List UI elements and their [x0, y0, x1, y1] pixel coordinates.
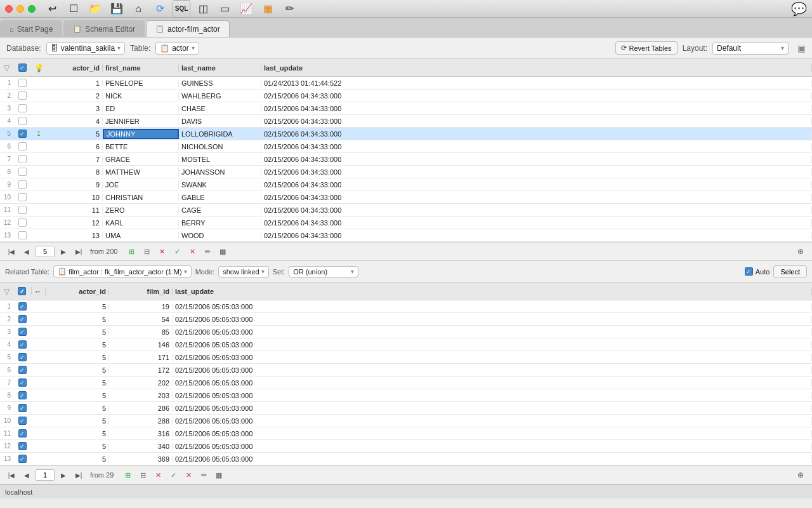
cell-first-name[interactable]: KARL — [103, 219, 179, 227]
row-check-cell[interactable] — [13, 218, 32, 227]
table-select[interactable]: 📋 actor ▾ — [155, 42, 199, 55]
filter-icon[interactable]: ▽ — [0, 64, 13, 72]
cell-first-name[interactable]: JOE — [103, 181, 179, 189]
rel-row-checkbox[interactable]: ✓ — [18, 378, 27, 387]
rel-check-cell[interactable]: ✓ — [13, 404, 32, 412]
cell-first-name[interactable]: ED — [103, 105, 179, 112]
related-table-select[interactable]: 📋 film_actor : fk_film_actor_actor (1:M)… — [53, 265, 192, 277]
database-select[interactable]: 🗄 valentina_sakila ▾ — [46, 42, 125, 55]
rel-row-checkbox[interactable]: ✓ — [18, 391, 27, 399]
table-row[interactable]: 10 10 CHRISTIAN GABLE 02/15/2006 04:34:3… — [0, 191, 812, 204]
select-button[interactable]: Select — [773, 265, 807, 278]
row-checkbox[interactable] — [18, 218, 27, 227]
row-checkbox[interactable] — [18, 104, 27, 112]
row-check-cell[interactable] — [13, 193, 32, 201]
rel-apply-button[interactable]: ✓ — [167, 469, 180, 481]
cell-first-name[interactable]: ZERO — [103, 206, 179, 214]
check-all-checkbox[interactable]: ✓ — [18, 64, 27, 72]
check-all-col[interactable]: ✓ — [13, 64, 32, 72]
page-number-input[interactable] — [36, 246, 55, 257]
edit-button[interactable]: ✏ — [201, 246, 214, 257]
save-icon[interactable]: 💾 — [108, 0, 126, 18]
rel-row-checkbox[interactable]: ✓ — [18, 455, 27, 463]
related-table-row[interactable]: 4 ✓ 5 146 02/15/2006 05:05:03:000 — [0, 338, 812, 351]
related-table-row[interactable]: 1 ✓ 5 19 02/15/2006 05:05:03:000 — [0, 300, 812, 313]
columns-button[interactable]: ▦ — [216, 246, 229, 257]
cell-first-name[interactable]: UMA — [103, 232, 179, 239]
related-table-row[interactable]: 6 ✓ 5 172 02/15/2006 05:05:03:000 — [0, 364, 812, 377]
rel-row-checkbox[interactable]: ✓ — [18, 353, 27, 361]
related-table-row[interactable]: 7 ✓ 5 202 02/15/2006 05:05:03:000 — [0, 377, 812, 389]
window-icon[interactable]: ▭ — [216, 0, 233, 18]
related-table-row[interactable]: 5 ✓ 5 171 02/15/2006 05:05:03:000 — [0, 351, 812, 364]
row-checkbox[interactable] — [18, 193, 27, 201]
related-table-row[interactable]: 13 ✓ 5 369 02/15/2006 05:05:03:000 — [0, 453, 812, 465]
sql-icon[interactable]: SQL — [173, 0, 190, 18]
table-row[interactable]: 5 ✓ 1 5 JOHNNY LOLLOBRIGIDA 02/15/2006 0… — [0, 128, 812, 140]
folder-icon[interactable]: 📁 — [86, 0, 104, 18]
row-check-cell[interactable] — [13, 180, 32, 189]
rel-check-cell[interactable]: ✓ — [13, 302, 32, 311]
cell-first-name[interactable]: CHRISTIAN — [103, 194, 179, 201]
table-row[interactable]: 4 4 JENNIFER DAVIS 02/15/2006 04:34:33:0… — [0, 115, 812, 128]
rel-row-checkbox[interactable]: ✓ — [18, 366, 27, 374]
row-check-cell[interactable] — [13, 155, 32, 163]
auto-checkbox[interactable]: ✓ — [745, 267, 753, 276]
rel-check-cell[interactable]: ✓ — [13, 315, 32, 323]
rel-check-all-checkbox[interactable]: ✓ — [18, 287, 26, 295]
row-check-cell[interactable] — [13, 117, 32, 125]
color-icon[interactable]: ▦ — [259, 0, 277, 18]
row-checkbox[interactable] — [18, 91, 27, 100]
rel-cancel-button[interactable]: ✕ — [182, 469, 195, 481]
rel-page-number-input[interactable] — [36, 469, 55, 481]
stats-icon[interactable]: 📈 — [237, 0, 255, 18]
back-icon[interactable]: ↩ — [43, 0, 61, 18]
minimize-button[interactable] — [16, 5, 24, 13]
cancel-button[interactable]: ✕ — [186, 246, 199, 257]
rel-check-cell[interactable]: ✓ — [13, 429, 32, 438]
cell-first-name[interactable]: PENELOPE — [103, 79, 179, 87]
related-table-row[interactable]: 11 ✓ 5 316 02/15/2006 05:05:03:000 — [0, 427, 812, 440]
row-checkbox[interactable] — [18, 142, 27, 150]
next-page-button[interactable]: ▶ — [57, 246, 70, 257]
refresh-icon[interactable]: ⟳ — [151, 0, 169, 18]
related-table-row[interactable]: 12 ✓ 5 340 02/15/2006 05:05:03:000 — [0, 440, 812, 453]
auto-checkbox-container[interactable]: ✓ Auto — [745, 267, 770, 276]
mode-select[interactable]: show linked ▾ — [218, 266, 268, 277]
layout-select[interactable]: Default ▾ — [712, 42, 789, 55]
related-table-row[interactable]: 9 ✓ 5 286 02/15/2006 05:05:03:000 — [0, 402, 812, 415]
set-select[interactable]: OR (union) ▾ — [289, 266, 358, 277]
rel-row-checkbox[interactable]: ✓ — [18, 328, 27, 336]
row-check-cell[interactable]: ✓ — [13, 130, 32, 138]
rel-check-cell[interactable]: ✓ — [13, 442, 32, 450]
row-check-cell[interactable] — [13, 142, 32, 150]
rel-check-cell[interactable]: ✓ — [13, 340, 32, 349]
cell-first-name[interactable]: MATTHEW — [103, 168, 179, 176]
rel-first-page-button[interactable]: |◀ — [5, 469, 18, 481]
rel-check-cell[interactable]: ✓ — [13, 378, 32, 387]
row-check-cell[interactable] — [13, 79, 32, 87]
chat-icon[interactable]: 💬 — [791, 1, 807, 17]
new-window-icon[interactable]: ☐ — [65, 0, 82, 18]
related-table-row[interactable]: 2 ✓ 5 54 02/15/2006 05:05:03:000 — [0, 313, 812, 326]
table-row[interactable]: 8 8 MATTHEW JOHANSSON 02/15/2006 04:34:3… — [0, 166, 812, 178]
table-row[interactable]: 11 11 ZERO CAGE 02/15/2006 04:34:33:000 — [0, 204, 812, 217]
rel-columns-button[interactable]: ▦ — [213, 469, 225, 481]
rel-row-checkbox[interactable]: ✓ — [18, 417, 27, 425]
row-check-cell[interactable] — [13, 91, 32, 100]
row-checkbox[interactable] — [18, 168, 27, 176]
rel-row-checkbox[interactable]: ✓ — [18, 442, 27, 450]
rel-check-all[interactable]: ✓ — [13, 287, 32, 295]
cell-first-name[interactable]: GRACE — [103, 156, 179, 163]
expand-button[interactable]: ⊕ — [794, 246, 807, 257]
rel-check-cell[interactable]: ✓ — [13, 328, 32, 336]
rel-row-checkbox[interactable]: ✓ — [18, 340, 27, 349]
row-checkbox[interactable] — [18, 231, 27, 239]
row-checkbox[interactable] — [18, 206, 27, 214]
rel-prev-page-button[interactable]: ◀ — [20, 469, 33, 481]
rel-next-page-button[interactable]: ▶ — [57, 469, 70, 481]
rel-check-cell[interactable]: ✓ — [13, 353, 32, 361]
rel-row-checkbox[interactable]: ✓ — [18, 302, 27, 311]
related-table-row[interactable]: 10 ✓ 5 288 02/15/2006 05:05:03:000 — [0, 415, 812, 427]
table-row[interactable]: 13 13 UMA WOOD 02/15/2006 04:34:33:000 — [0, 229, 812, 242]
